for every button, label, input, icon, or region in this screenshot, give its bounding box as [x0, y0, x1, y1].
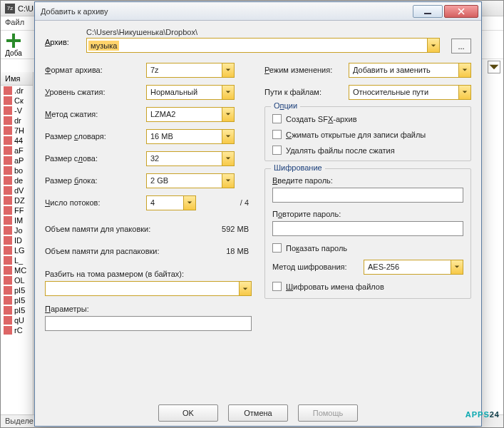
mem-pack-label: Объем памяти для упаковки: [45, 225, 150, 233]
chevron-down-icon[interactable] [222, 63, 234, 77]
file-icon [4, 86, 12, 95]
file-icon [4, 126, 12, 135]
archive-name-value: музыка [88, 41, 119, 51]
list-item[interactable]: de [1, 175, 33, 185]
word-combo[interactable]: 32 [146, 151, 235, 166]
method-combo[interactable]: LZMA2 [146, 107, 235, 122]
dict-combo[interactable]: 16 MB [146, 129, 235, 144]
list-item[interactable]: dV [1, 185, 33, 195]
password2-input[interactable] [272, 221, 463, 236]
chevron-down-icon[interactable] [222, 130, 234, 143]
list-item[interactable]: Jo [1, 225, 33, 235]
file-icon [4, 106, 12, 115]
add-icon[interactable] [5, 32, 22, 49]
chevron-down-icon[interactable] [183, 196, 195, 210]
list-item[interactable]: aP [1, 156, 33, 165]
list-item[interactable]: aF [1, 146, 33, 156]
file-icon [4, 216, 12, 225]
block-combo[interactable]: 2 GB [146, 173, 235, 188]
options-group: Опции Создать SFX-архив Сжимать открытые… [264, 106, 471, 161]
file-icon [4, 316, 12, 325]
list-item[interactable]: DZ [1, 195, 33, 205]
list-item[interactable]: .dr [1, 86, 33, 96]
chevron-down-icon[interactable] [222, 174, 234, 188]
browse-button[interactable]: ... [451, 39, 471, 54]
delete-after-checkbox[interactable] [272, 146, 282, 155]
list-item[interactable]: -V [1, 106, 33, 116]
encryption-group: Шифрование Введите пароль: Повторите пар… [264, 168, 471, 299]
add-to-archive-dialog: Добавить к архиву Архив: C:\Users\Никуше… [34, 1, 482, 427]
chevron-down-icon[interactable] [222, 152, 234, 165]
list-item[interactable]: L_ [1, 255, 33, 265]
split-combo[interactable] [45, 281, 252, 296]
archive-path: C:\Users\Никушенька\Dropbox\ [86, 28, 440, 36]
options-title: Опции [271, 101, 300, 110]
app-icon: 7z [5, 4, 15, 14]
level-combo[interactable]: Нормальный [146, 85, 235, 100]
format-label: Формат архива: [45, 66, 146, 74]
list-item[interactable]: LG [1, 245, 33, 255]
paths-combo[interactable]: Относительные пути [349, 85, 471, 100]
chevron-down-icon[interactable] [222, 86, 234, 99]
format-combo[interactable]: 7z [146, 63, 235, 78]
enc-method-combo[interactable]: AES-256 [364, 260, 463, 275]
list-item[interactable]: pI5 [1, 285, 33, 295]
file-icon [4, 186, 12, 195]
block-label: Размер блока: [45, 176, 146, 185]
dialog-title: Добавить к архиву [38, 7, 411, 16]
chevron-down-icon[interactable] [458, 63, 470, 77]
list-item[interactable]: qU [1, 315, 33, 325]
chevron-down-icon[interactable] [458, 86, 470, 99]
compress-open-checkbox[interactable] [272, 130, 282, 139]
path-dropdown-arrow[interactable] [488, 61, 500, 73]
list-item[interactable]: pI5 [1, 305, 33, 315]
mode-combo[interactable]: Добавить и заменить [349, 63, 471, 78]
file-icon [4, 276, 12, 285]
mem-unpack-label: Объем памяти для распаковки: [45, 247, 160, 255]
left-column: Формат архива: 7z Уровень сжатия: Нормал… [45, 62, 252, 331]
dict-label: Размер словаря: [45, 132, 146, 141]
list-item[interactable]: 44 [1, 136, 33, 146]
list-item[interactable]: OL [1, 275, 33, 285]
password-label: Введите пароль: [272, 176, 333, 185]
params-input[interactable] [45, 316, 252, 331]
file-icon [4, 96, 12, 105]
password-input[interactable] [272, 188, 463, 203]
list-item[interactable]: ID [1, 235, 33, 245]
menu-file[interactable]: Файл [5, 18, 24, 26]
list-item[interactable]: Ск [1, 96, 33, 106]
chevron-down-icon[interactable] [451, 260, 463, 274]
minimize-button[interactable] [413, 5, 443, 18]
main-title: C:\U [18, 4, 34, 13]
show-password-checkbox[interactable] [272, 243, 282, 253]
list-item[interactable]: rC [1, 325, 33, 335]
chevron-down-icon[interactable] [222, 108, 234, 121]
file-icon [4, 266, 12, 275]
file-icon [4, 306, 12, 315]
encrypt-names-checkbox[interactable] [272, 282, 282, 291]
dialog-titlebar[interactable]: Добавить к архиву [35, 2, 481, 21]
list-item[interactable]: MC [1, 265, 33, 275]
threads-combo[interactable]: 4 [146, 195, 196, 210]
list-item[interactable]: dr [1, 116, 33, 126]
file-icon [4, 296, 12, 305]
mode-label: Режим изменения: [264, 66, 349, 74]
archive-name-combo[interactable]: музыка [86, 38, 440, 53]
column-header-name[interactable]: Имя [1, 72, 33, 86]
list-item[interactable]: pI5 [1, 295, 33, 305]
list-item[interactable]: IM [1, 215, 33, 225]
list-item[interactable]: 7H [1, 126, 33, 136]
list-item[interactable]: FF [1, 205, 33, 215]
list-item[interactable]: bo [1, 165, 33, 175]
chevron-down-icon[interactable] [239, 282, 251, 295]
cancel-button[interactable]: Отмена [228, 404, 288, 422]
file-list: Имя .drСк-Vdr7H44aFaPbodedVDZFFIMJoIDLGL… [1, 72, 34, 414]
sfx-label: Создать SFX-архив [286, 115, 357, 123]
sfx-checkbox[interactable] [272, 114, 282, 123]
ok-button[interactable]: OK [158, 404, 218, 422]
close-button[interactable] [444, 5, 478, 18]
help-button[interactable]: Помощь [298, 404, 358, 422]
level-label: Уровень сжатия: [45, 88, 146, 96]
chevron-down-icon[interactable] [427, 39, 439, 52]
file-icon [4, 146, 12, 155]
